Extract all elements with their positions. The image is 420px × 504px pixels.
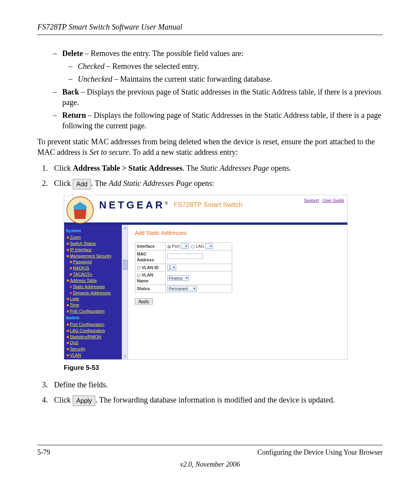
step-1: 1. Click Address Table > Static Addresse… [42,163,383,173]
sidebar-item-password[interactable]: Password [73,259,92,264]
sidebar-item-security[interactable]: Security [70,346,86,351]
apply-button-inline: Apply [73,396,95,406]
scroll-thumb[interactable] [123,260,128,270]
sidebar-item-mgmt-security[interactable]: Management Security [70,254,112,258]
apply-button[interactable]: Apply [135,298,153,304]
sidebar-section-switch: Switch [66,315,120,321]
vlan-name-select[interactable]: Finance [167,275,189,281]
bullet-return: – Return – Displays the following page o… [53,110,383,131]
sidebar-item-tacacs[interactable]: TACACS+ [73,272,93,276]
sidebar-item-switch-status[interactable]: Switch Status [70,241,96,246]
device-name-text: FS728TP Smart Switch [174,201,242,208]
step-3: 3. Define the fields. [42,380,383,390]
page-header-title: FS728TP Smart Switch Software User Manua… [37,23,383,32]
form-table: Interface Port LAG MAC Address [135,242,232,293]
sidebar-section-system: System [66,228,120,234]
sidebar-item-radius[interactable]: RADIUS [73,266,89,270]
sidebar-item-poe[interactable]: PoE Configuration [70,309,105,313]
step-4: 4. Click Apply. The forwarding database … [42,395,383,406]
footer-page-number: 5-79 [37,448,50,457]
sidebar-item-address-table[interactable]: Address Table [70,278,97,283]
footer-rule [37,445,383,445]
footer-version: v2.0, November 2006 [37,460,383,469]
sidebar-item-stats[interactable]: Statistics/RMON [70,334,102,339]
sidebar-item-port-config[interactable]: Port Configuration [70,322,105,327]
status-select[interactable]: Permanent [167,286,197,291]
sidebar-item-static-addresses[interactable]: Static Addresses [73,284,105,289]
sidebar-item-logs[interactable]: Logs [70,296,79,301]
header-rule [37,35,383,35]
user-guide-link[interactable]: User Guide [322,198,344,203]
sidebar: System ■Zoom ■Switch Status ■IP Interfac… [64,225,122,359]
bullet-back: – Back – Displays the previous page of S… [53,87,383,108]
sidebar-scrollbar[interactable] [122,225,128,359]
vlan-id-select[interactable]: 1 [167,265,176,270]
form-row-interface: Interface Port LAG [135,243,232,250]
interface-lag-select[interactable] [205,243,213,249]
sidebar-item-dynamic-addresses[interactable]: Dynamic Addresses [73,290,111,295]
interface-port-select[interactable] [181,243,189,249]
sidebar-item-vlan[interactable]: VLAN [70,353,81,357]
mac-address-input[interactable] [167,254,203,259]
paragraph-secure-note: To prevent static MAC addresses from bei… [37,136,383,158]
interface-port-radio[interactable] [167,245,171,248]
sidebar-item-ip-interface[interactable]: IP Interface [70,247,92,252]
vlan-id-radio[interactable] [137,266,140,270]
sidebar-item-zoom[interactable]: Zoom [70,235,81,240]
sidebar-item-lag-config[interactable]: LAG Configuration [70,328,105,333]
add-button-inline: Add [73,179,91,190]
scroll-down-icon[interactable] [123,355,127,359]
bullet-unchecked: – Unchecked – Maintains the current stat… [68,74,383,84]
form-row-status: Status Permanent [135,285,232,293]
brand-text: NETGEAR® [99,198,168,212]
form-row-vlanname: VLAN Name Finance [135,271,232,285]
embedded-screenshot: NETGEAR® FS728TP Smart Switch Support Us… [64,195,348,360]
sidebar-item-qos[interactable]: QoS [70,340,79,345]
figure-caption: Figure 5-53 [64,364,383,373]
page-title: Add Static Addresses [135,229,340,237]
form-row-vlanid: VLAN ID 1 [135,264,232,271]
bullet-checked: – Checked – Removes the selected entry. [68,61,383,72]
form-row-mac: MAC Address [135,250,232,264]
interface-lag-radio[interactable] [191,245,194,248]
scroll-up-icon[interactable] [123,226,127,229]
step-2: 2. Click Add. The Add Static Addresses P… [42,178,383,189]
sidebar-item-time[interactable]: Time [70,303,79,307]
vlan-name-radio[interactable] [137,274,140,277]
footer-section-title: Configuring the Device Using Your Browse… [257,448,383,457]
netgear-logo-icon [66,196,94,224]
bullet-delete: – Delete – Removes the entry. The possib… [53,48,383,59]
support-link[interactable]: Support [304,198,319,203]
